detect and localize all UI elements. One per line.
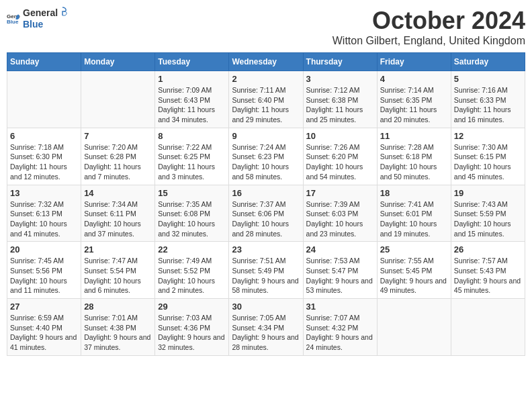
day-info: Sunrise: 7:16 AMSunset: 6:33 PMDaylight:… <box>454 85 522 125</box>
calendar-cell: 9Sunrise: 7:24 AMSunset: 6:23 PMDaylight… <box>229 128 303 185</box>
day-number: 30 <box>232 302 300 312</box>
calendar-cell <box>7 71 81 128</box>
header-wednesday: Wednesday <box>229 53 303 71</box>
calendar-body: 1Sunrise: 7:09 AMSunset: 6:43 PMDaylight… <box>7 71 525 356</box>
calendar-cell: 25Sunrise: 7:55 AMSunset: 5:45 PMDayligh… <box>377 242 451 299</box>
calendar-cell: 16Sunrise: 7:37 AMSunset: 6:06 PMDayligh… <box>229 185 303 242</box>
day-info: Sunrise: 7:37 AMSunset: 6:06 PMDaylight:… <box>232 199 300 239</box>
day-info: Sunrise: 7:55 AMSunset: 5:45 PMDaylight:… <box>380 256 448 295</box>
calendar-cell: 3Sunrise: 7:12 AMSunset: 6:38 PMDaylight… <box>303 71 377 128</box>
day-info: Sunrise: 7:05 AMSunset: 4:34 PMDaylight:… <box>232 313 300 353</box>
day-number: 21 <box>84 244 152 255</box>
calendar-cell: 13Sunrise: 7:32 AMSunset: 6:13 PMDayligh… <box>7 185 81 242</box>
day-number: 29 <box>158 302 226 312</box>
day-info: Sunrise: 7:01 AMSunset: 4:38 PMDaylight:… <box>84 313 152 353</box>
calendar-header: Sunday Monday Tuesday Wednesday Thursday… <box>7 53 525 71</box>
day-number: 16 <box>232 188 300 198</box>
calendar-cell: 7Sunrise: 7:20 AMSunset: 6:28 PMDaylight… <box>81 128 155 185</box>
logo-blue: Blue <box>23 19 43 30</box>
calendar-cell: 28Sunrise: 7:01 AMSunset: 4:38 PMDayligh… <box>81 299 155 356</box>
calendar-week-2: 6Sunrise: 7:18 AMSunset: 6:30 PMDaylight… <box>7 128 525 185</box>
calendar-cell <box>81 71 155 128</box>
header-saturday: Saturday <box>451 53 525 71</box>
day-info: Sunrise: 6:59 AMSunset: 4:40 PMDaylight:… <box>10 313 78 353</box>
day-info: Sunrise: 7:12 AMSunset: 6:38 PMDaylight:… <box>306 85 374 125</box>
svg-text:Blue: Blue <box>7 19 19 25</box>
day-number: 9 <box>232 131 300 141</box>
calendar-cell <box>377 299 451 356</box>
calendar-cell: 2Sunrise: 7:11 AMSunset: 6:40 PMDaylight… <box>229 71 303 128</box>
day-info: Sunrise: 7:22 AMSunset: 6:25 PMDaylight:… <box>158 142 226 182</box>
day-number: 24 <box>306 244 374 255</box>
header-sunday: Sunday <box>7 53 81 71</box>
calendar-cell <box>451 299 525 356</box>
logo-general: General <box>23 7 58 18</box>
day-number: 11 <box>380 131 448 141</box>
day-info: Sunrise: 7:32 AMSunset: 6:13 PMDaylight:… <box>10 199 78 239</box>
day-info: Sunrise: 7:30 AMSunset: 6:15 PMDaylight:… <box>454 142 522 182</box>
title-area: October 2024 Witton Gilbert, England, Un… <box>332 7 525 47</box>
calendar-cell: 14Sunrise: 7:34 AMSunset: 6:11 PMDayligh… <box>81 185 155 242</box>
day-info: Sunrise: 7:43 AMSunset: 5:59 PMDaylight:… <box>454 199 522 239</box>
day-number: 5 <box>454 74 522 84</box>
day-info: Sunrise: 7:51 AMSunset: 5:49 PMDaylight:… <box>232 256 300 295</box>
calendar-cell: 24Sunrise: 7:53 AMSunset: 5:47 PMDayligh… <box>303 242 377 299</box>
day-number: 28 <box>84 302 152 312</box>
day-info: Sunrise: 7:11 AMSunset: 6:40 PMDaylight:… <box>232 85 300 125</box>
calendar-week-5: 27Sunrise: 6:59 AMSunset: 4:40 PMDayligh… <box>7 299 525 356</box>
day-info: Sunrise: 7:41 AMSunset: 6:01 PMDaylight:… <box>380 199 448 239</box>
day-number: 14 <box>84 188 152 198</box>
calendar-cell: 19Sunrise: 7:43 AMSunset: 5:59 PMDayligh… <box>451 185 525 242</box>
calendar-cell: 20Sunrise: 7:45 AMSunset: 5:56 PMDayligh… <box>7 242 81 299</box>
calendar-cell: 1Sunrise: 7:09 AMSunset: 6:43 PMDaylight… <box>155 71 229 128</box>
day-info: Sunrise: 7:07 AMSunset: 4:32 PMDaylight:… <box>306 313 374 353</box>
day-number: 17 <box>306 188 374 198</box>
calendar-cell: 6Sunrise: 7:18 AMSunset: 6:30 PMDaylight… <box>7 128 81 185</box>
day-info: Sunrise: 7:28 AMSunset: 6:18 PMDaylight:… <box>380 142 448 182</box>
day-number: 22 <box>158 244 226 255</box>
header-row: Sunday Monday Tuesday Wednesday Thursday… <box>7 53 525 71</box>
logo-icon: General Blue <box>7 12 20 26</box>
header-friday: Friday <box>377 53 451 71</box>
calendar-cell: 8Sunrise: 7:22 AMSunset: 6:25 PMDaylight… <box>155 128 229 185</box>
logo: General Blue General Blue <box>7 7 67 30</box>
day-number: 26 <box>454 244 522 255</box>
day-info: Sunrise: 7:47 AMSunset: 5:54 PMDaylight:… <box>84 256 152 295</box>
day-number: 31 <box>306 302 374 312</box>
month-title: October 2024 <box>332 7 525 35</box>
calendar-cell: 30Sunrise: 7:05 AMSunset: 4:34 PMDayligh… <box>229 299 303 356</box>
day-number: 20 <box>10 244 78 255</box>
calendar-cell: 5Sunrise: 7:16 AMSunset: 6:33 PMDaylight… <box>451 71 525 128</box>
calendar-cell: 21Sunrise: 7:47 AMSunset: 5:54 PMDayligh… <box>81 242 155 299</box>
day-number: 8 <box>158 131 226 141</box>
calendar-cell: 22Sunrise: 7:49 AMSunset: 5:52 PMDayligh… <box>155 242 229 299</box>
day-number: 18 <box>380 188 448 198</box>
logo-flag-icon <box>58 7 67 16</box>
header-thursday: Thursday <box>303 53 377 71</box>
calendar-cell: 29Sunrise: 7:03 AMSunset: 4:36 PMDayligh… <box>155 299 229 356</box>
calendar-cell: 17Sunrise: 7:39 AMSunset: 6:03 PMDayligh… <box>303 185 377 242</box>
day-number: 15 <box>158 188 226 198</box>
location-title: Witton Gilbert, England, United Kingdom <box>332 35 525 47</box>
day-number: 27 <box>10 302 78 312</box>
calendar-week-4: 20Sunrise: 7:45 AMSunset: 5:56 PMDayligh… <box>7 242 525 299</box>
header-tuesday: Tuesday <box>155 53 229 71</box>
calendar-table: Sunday Monday Tuesday Wednesday Thursday… <box>7 52 525 356</box>
calendar-cell: 23Sunrise: 7:51 AMSunset: 5:49 PMDayligh… <box>229 242 303 299</box>
day-info: Sunrise: 7:20 AMSunset: 6:28 PMDaylight:… <box>84 142 152 182</box>
day-number: 25 <box>380 244 448 255</box>
calendar-week-1: 1Sunrise: 7:09 AMSunset: 6:43 PMDaylight… <box>7 71 525 128</box>
day-info: Sunrise: 7:45 AMSunset: 5:56 PMDaylight:… <box>10 256 78 295</box>
day-number: 3 <box>306 74 374 84</box>
day-number: 19 <box>454 188 522 198</box>
day-info: Sunrise: 7:03 AMSunset: 4:36 PMDaylight:… <box>158 313 226 353</box>
day-info: Sunrise: 7:34 AMSunset: 6:11 PMDaylight:… <box>84 199 152 239</box>
day-number: 13 <box>10 188 78 198</box>
day-info: Sunrise: 7:26 AMSunset: 6:20 PMDaylight:… <box>306 142 374 182</box>
day-info: Sunrise: 7:09 AMSunset: 6:43 PMDaylight:… <box>158 85 226 125</box>
day-info: Sunrise: 7:57 AMSunset: 5:43 PMDaylight:… <box>454 256 522 295</box>
day-info: Sunrise: 7:24 AMSunset: 6:23 PMDaylight:… <box>232 142 300 182</box>
calendar-cell: 26Sunrise: 7:57 AMSunset: 5:43 PMDayligh… <box>451 242 525 299</box>
day-info: Sunrise: 7:14 AMSunset: 6:35 PMDaylight:… <box>380 85 448 125</box>
calendar-cell: 10Sunrise: 7:26 AMSunset: 6:20 PMDayligh… <box>303 128 377 185</box>
